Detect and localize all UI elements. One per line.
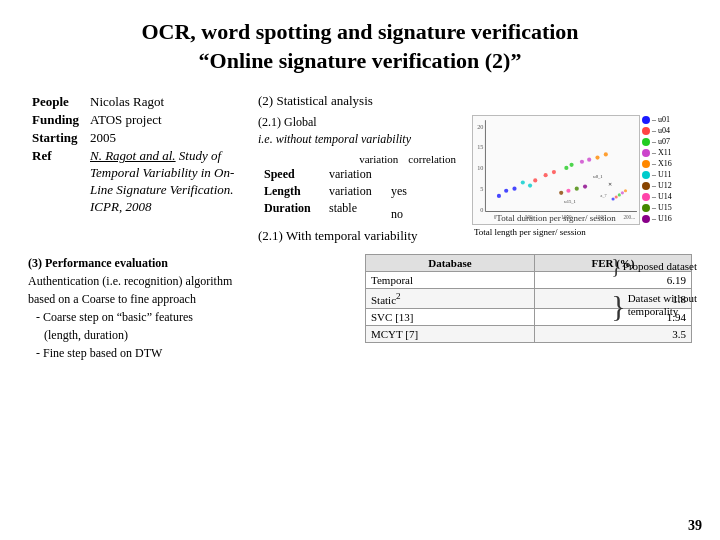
scatter-chart: 0 5 10 15 20 0 500 1000 1500 200... [473, 116, 639, 224]
no-temp-text1: Dataset without [628, 292, 697, 305]
page: OCR, word spotting and signature verific… [0, 0, 720, 540]
var-row-variation: stable [323, 200, 383, 217]
var-section: SpeedvariationLengthvariationDurationsta… [258, 166, 460, 222]
proposed-label: } Proposed dataset [611, 256, 697, 276]
svg-point-29 [583, 185, 587, 189]
svg-point-19 [569, 163, 573, 167]
subsection-global: (2.1) Global i.e. without temporal varia… [258, 115, 460, 244]
svg-point-15 [533, 178, 537, 182]
svg-point-24 [528, 184, 532, 188]
legend-dot [642, 160, 650, 168]
legend-item: – u04 [642, 126, 692, 135]
svg-point-21 [587, 158, 591, 162]
info-value: N. Ragot and al. Study of Temporal Varia… [86, 147, 248, 217]
svg-point-33 [621, 191, 624, 194]
variation-header: variation [359, 153, 398, 165]
var-row-label: Speed [258, 166, 323, 183]
legend-item: – u07 [642, 137, 692, 146]
legend-item: – X11 [642, 148, 692, 157]
chart-svg-wrap: 0 5 10 15 20 0 500 1000 1500 200... [472, 115, 640, 225]
yes-label: yes [391, 184, 407, 199]
legend-dot [642, 215, 650, 223]
var-row-variation: variation [323, 183, 383, 200]
legend-label: – X16 [652, 159, 672, 168]
var-row: Durationstable [258, 200, 383, 217]
svg-text:5: 5 [480, 185, 483, 192]
db-name: SVC [13] [366, 308, 535, 325]
no-temp-label: } Dataset without temporality [611, 292, 697, 319]
svg-point-14 [512, 187, 516, 191]
chart-area: 0 5 10 15 20 0 500 1000 1500 200... [472, 115, 692, 237]
svg-text:20: 20 [477, 123, 483, 130]
svg-point-13 [504, 189, 508, 193]
svg-text:10: 10 [477, 164, 483, 171]
yes-no-block: yes no [387, 166, 407, 222]
chart-label1: Total duration per signer/ session [496, 213, 615, 223]
svg-point-25 [521, 181, 525, 185]
legend-item: – U16 [642, 214, 692, 223]
info-value: Nicolas Ragot [86, 93, 248, 111]
sec3-line2: Authentication (i.e. recognition) algori… [28, 272, 355, 290]
sec3-title: (3) Performance evaluation [28, 254, 355, 272]
svg-point-34 [624, 189, 627, 192]
subsec1-label: (2.1) Global [258, 115, 460, 130]
legend-item: – U14 [642, 192, 692, 201]
info-value: 2005 [86, 129, 248, 147]
svg-point-18 [564, 166, 568, 170]
no-label: no [391, 207, 407, 222]
svg-point-20 [580, 160, 584, 164]
chart-container: 0 5 10 15 20 0 500 1000 1500 200... [472, 115, 692, 225]
chart-legend: – u01– u04– u07– X11– X16– U11– U12– U14… [640, 115, 692, 223]
legend-dot [642, 193, 650, 201]
info-value: ATOS project [86, 111, 248, 129]
svg-point-28 [575, 187, 579, 191]
svg-point-16 [544, 173, 548, 177]
sec3-line3: based on a Coarse to fine approach [28, 290, 355, 308]
svg-text:u0_1: u0_1 [593, 174, 603, 179]
svg-text:200...: 200... [623, 214, 635, 220]
bottom-section: (3) Performance evaluation Authenticatio… [28, 254, 692, 362]
legend-dot [642, 204, 650, 212]
legend-dot [642, 171, 650, 179]
legend-label: – u01 [652, 115, 670, 124]
proposed-text: Proposed dataset [623, 260, 697, 272]
variation-table: SpeedvariationLengthvariationDurationsta… [258, 166, 383, 217]
no-temp-text2: temporality [628, 305, 697, 318]
info-label: Ref [28, 147, 86, 217]
var-row-label: Duration [258, 200, 323, 217]
perf-text: (3) Performance evaluation Authenticatio… [28, 254, 355, 362]
info-row: FundingATOS project [28, 111, 248, 129]
sec3-line5: (length, duration) [28, 326, 355, 344]
legend-dot [642, 138, 650, 146]
info-row: Starting2005 [28, 129, 248, 147]
legend-dot [642, 182, 650, 190]
page-number: 39 [688, 518, 702, 534]
svg-text:0: 0 [480, 206, 483, 213]
main-content: PeopleNicolas RagotFundingATOS projectSt… [28, 93, 692, 244]
var-row-variation: variation [323, 166, 383, 183]
subsec1-sub: i.e. without temporal variability [258, 132, 460, 147]
svg-text:15: 15 [477, 143, 483, 150]
legend-label: – X11 [652, 148, 671, 157]
svg-point-26 [559, 191, 563, 195]
section2-title: (2) Statistical analysis [258, 93, 692, 109]
legend-item: – X16 [642, 159, 692, 168]
svg-point-22 [595, 156, 599, 160]
legend-label: – U11 [652, 170, 671, 179]
sec3-line6: - Fine step based on DTW [28, 344, 355, 362]
legend-item: – u01 [642, 115, 692, 124]
bracket-proposed: } [611, 256, 621, 276]
info-label: Starting [28, 129, 86, 147]
var-row-label: Length [258, 183, 323, 200]
legend-label: – u07 [652, 137, 670, 146]
sec3-line4: - Coarse step on “basic” features [28, 308, 355, 326]
legend-dot [642, 127, 650, 135]
bracket-no-temp: } [611, 292, 625, 319]
svg-text:a_7: a_7 [601, 193, 607, 198]
db-table-row: MCYT [7]3.5 [366, 325, 692, 342]
legend-label: – U15 [652, 203, 672, 212]
legend-label: – U16 [652, 214, 672, 223]
var-row: Lengthvariation [258, 183, 383, 200]
left-panel: PeopleNicolas RagotFundingATOS projectSt… [28, 93, 248, 244]
legend-item: – U12 [642, 181, 692, 190]
